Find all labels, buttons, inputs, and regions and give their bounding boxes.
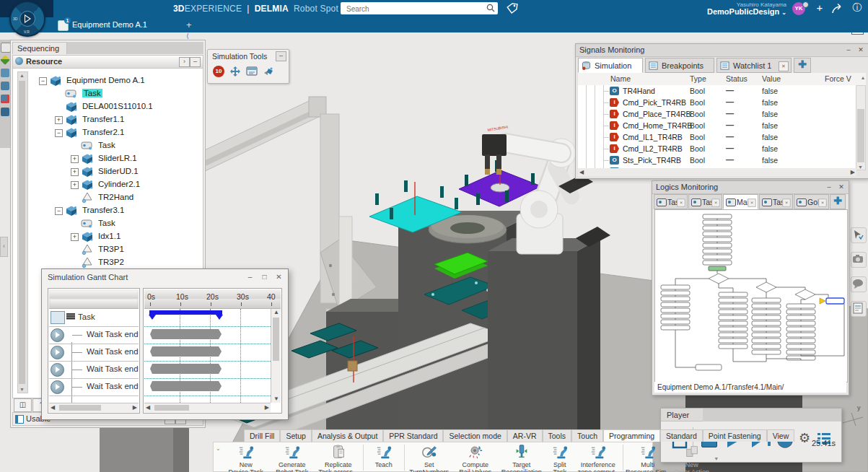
tool-interference-zone[interactable]: Interferencezone comput.. — [575, 444, 621, 472]
speed-badge-button[interactable]: 10 — [213, 66, 224, 77]
palette-minimize-button[interactable]: – — [276, 51, 286, 61]
global-search[interactable] — [341, 2, 498, 14]
close-tab-icon[interactable]: ✕ — [748, 198, 755, 206]
gantt-bar[interactable] — [150, 346, 222, 357]
ribbon-tab[interactable]: PPR Standard — [383, 429, 443, 442]
add-logic-tab[interactable]: ✚ — [830, 194, 846, 209]
ribbon-tab[interactable]: Analysis & Output — [312, 429, 383, 442]
close-tab-icon[interactable]: ✕ — [677, 198, 685, 206]
tag-icon[interactable] — [505, 1, 520, 16]
logic-flowchart-canvas[interactable] — [654, 209, 848, 383]
jog-tool-button[interactable] — [229, 66, 241, 77]
close-tab-icon[interactable]: ✕ — [818, 198, 826, 206]
resource-expand-button[interactable]: › — [179, 57, 190, 67]
blue-tool-icon-3[interactable] — [1, 95, 9, 103]
ribbon-tab[interactable]: Standard — [660, 429, 703, 442]
add-content-icon[interactable]: + — [812, 1, 827, 14]
signal-row[interactable]: ICmd_Home_TR4RBBool—false — [578, 120, 856, 131]
gantt-list-hscrollbar[interactable]: ◀▶ — [49, 403, 139, 412]
signals-horizontal-scrollbar[interactable]: ◀ ▶ — [578, 168, 856, 176]
new-tab-button[interactable]: + — [186, 19, 192, 30]
comment-bubble-button[interactable] — [851, 276, 867, 292]
ribbon-collapse-icon[interactable]: ⌄ — [214, 444, 223, 452]
help-icon[interactable]: ⓘ — [850, 1, 864, 14]
signal-row[interactable]: ICmd_IL1_TR4RBBool—false — [578, 131, 856, 143]
tool-set-turnnumbers[interactable]: SetTurnNumbers — [406, 444, 452, 472]
tool-split-task[interactable]: SplitTask — [545, 444, 575, 472]
window-close-button[interactable]: ✕ — [273, 271, 285, 282]
tab-sequencing[interactable]: Sequencing — [12, 42, 67, 54]
gantt-bar[interactable] — [150, 329, 222, 339]
gantt-bar[interactable] — [150, 381, 222, 391]
collapse-top-handle[interactable]: ⟨ — [182, 33, 193, 40]
signal-row[interactable]: ICmd_Place_TR4RBBool—false — [578, 108, 856, 120]
gantt-plot[interactable] — [144, 309, 271, 403]
blue-tool-icon-4[interactable] — [1, 108, 9, 116]
expander[interactable] — [71, 233, 79, 241]
signal-row[interactable]: ICmd_IL2_TR4RBBool—false — [578, 143, 856, 154]
tool-replicate-task[interactable]: ReplicateTask across .. — [315, 444, 361, 472]
ribbon-more-icon[interactable]: ▾ — [713, 454, 720, 462]
tool-target-reconciliation[interactable]: TargetReconciliation — [499, 444, 545, 472]
ribbon-tab[interactable]: AR-VR — [507, 429, 543, 442]
tool-generate-robot-task[interactable]: GenerateRobot Task — [269, 444, 315, 472]
panel-close-button[interactable]: ✕ — [856, 45, 866, 55]
monitor-tool-button[interactable] — [246, 66, 258, 77]
gantt-row-wait[interactable]: Wait Task end — [49, 344, 139, 362]
3dexperience-compass[interactable]: 3D V.R — [9, 1, 45, 37]
resource-minimize-button[interactable]: – — [190, 57, 201, 67]
tool-new-device-task[interactable]: NewDevice Task — [223, 444, 269, 472]
tool-compute-rail-values[interactable]: ComputeRail Values — [452, 444, 499, 472]
expander[interactable] — [55, 116, 63, 124]
panel-minimize-button[interactable]: – — [824, 183, 834, 192]
tab-logic-task-3[interactable]: Task✕ — [759, 194, 793, 209]
player-settings-gear-icon[interactable]: ⚙ — [799, 430, 810, 445]
tab-logic-goba[interactable]: GoBa✕ — [794, 194, 829, 209]
tab-watchlist[interactable]: Watchlist 1 ✕ — [716, 58, 792, 73]
ribbon-tab-active[interactable]: Programming — [603, 429, 660, 442]
panel-window-icon[interactable] — [1, 43, 11, 53]
expander[interactable] — [55, 207, 63, 215]
ribbon-tab[interactable]: Tools — [543, 429, 572, 442]
gantt-row-wait[interactable]: Wait Task end — [49, 361, 139, 379]
ribbon-tab[interactable]: Point Fastening — [703, 429, 767, 442]
tab-logic-task-2[interactable]: Task✕ — [688, 194, 722, 209]
tab-breakpoints[interactable]: Breakpoints — [645, 58, 714, 73]
report-document-button[interactable] — [851, 301, 867, 317]
tool-multi-resource-sim[interactable]: MultiResource Sim.. — [625, 444, 671, 472]
diamond-tool-icon[interactable] — [0, 55, 10, 65]
gantt-bar[interactable] — [150, 364, 222, 374]
close-tab-icon[interactable]: ✕ — [711, 198, 719, 206]
tab-logic-task-1[interactable]: Task✕ — [654, 194, 688, 209]
panel-minimize-button[interactable]: – — [843, 45, 854, 55]
expander[interactable] — [55, 129, 63, 137]
gantt-vscrollbar[interactable]: ▲ ▼ — [271, 309, 281, 403]
search-icon[interactable] — [486, 4, 495, 12]
signal-row[interactable]: OSts_Pick_TR4RBBool—false — [578, 154, 856, 166]
expander[interactable] — [71, 155, 79, 163]
gantt-row-wait[interactable]: Wait Task end — [49, 378, 139, 396]
capture-camera-button[interactable] — [851, 252, 867, 268]
ribbon-tab[interactable]: Drill Fill — [244, 429, 280, 442]
ribbon-tab[interactable]: Touch — [571, 429, 603, 442]
sort-asc-icon[interactable]: ▴ — [862, 74, 864, 81]
tab-logic-main[interactable]: Main✕ — [723, 194, 758, 209]
window-maximize-button[interactable]: □ — [258, 271, 271, 282]
close-watchlist-icon[interactable]: ✕ — [779, 61, 789, 71]
collapse-left-panel-handle[interactable]: ‹ — [0, 237, 8, 257]
panel-close-button[interactable]: ✕ — [836, 183, 846, 192]
probe-tool-button[interactable] — [263, 66, 274, 77]
expander[interactable] — [71, 168, 79, 176]
ribbon-tab[interactable]: Setup — [280, 429, 311, 442]
workspace-dropdown[interactable]: DemoPublicDesign ⌄ — [675, 7, 786, 16]
expander[interactable] — [71, 181, 79, 189]
ribbon-tab[interactable]: Selection mode — [443, 429, 507, 442]
signal-row[interactable]: ICmd_Pick_TR4RBBool—false — [578, 97, 856, 108]
tab-player[interactable]: Player — [661, 408, 703, 421]
expander[interactable] — [39, 77, 47, 85]
ribbon-tab[interactable]: View — [767, 429, 795, 442]
gantt-hscrollbar[interactable]: ◀▶ — [144, 403, 271, 412]
blue-tool-icon-1[interactable] — [1, 69, 9, 77]
share-icon[interactable] — [831, 3, 846, 14]
tool-teach[interactable]: Teach — [365, 444, 403, 468]
